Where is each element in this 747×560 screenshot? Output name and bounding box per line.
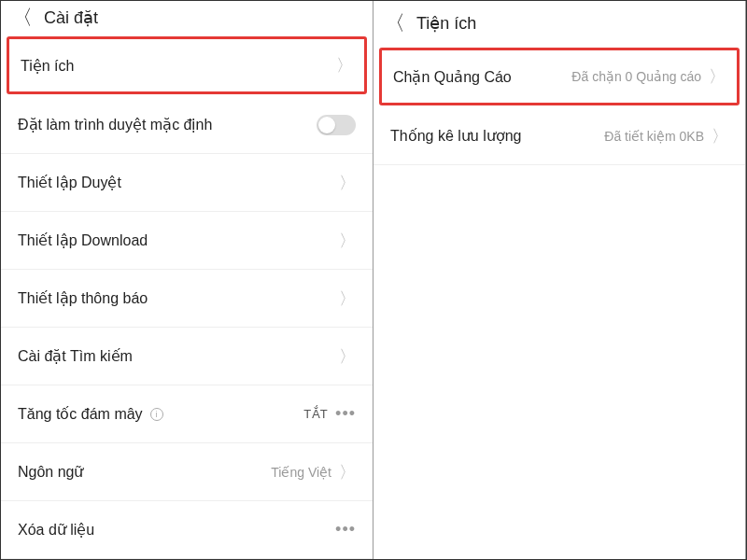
- row-label: Tiện ích: [21, 57, 74, 75]
- row-label: Thống kê lưu lượng: [390, 127, 522, 145]
- chevron-right-icon: 〉: [712, 125, 728, 147]
- chevron-right-icon: 〉: [339, 461, 356, 483]
- chevron-right-icon: 〉: [336, 54, 353, 77]
- row-label: Thiết lập Duyệt: [18, 174, 121, 191]
- row-value: Đã chặn 0 Quảng cáo: [571, 69, 701, 84]
- row-label: Thiết lập thông báo: [18, 289, 148, 307]
- info-icon[interactable]: i: [150, 408, 163, 421]
- row-download-settings[interactable]: Thiết lập Download 〉: [1, 212, 373, 270]
- header: 〈 Tiện ích: [374, 1, 745, 46]
- more-icon[interactable]: •••: [335, 520, 356, 539]
- row-notification-settings[interactable]: Thiết lập thông báo 〉: [1, 270, 373, 328]
- chevron-right-icon: 〉: [339, 287, 356, 310]
- row-ad-block[interactable]: Chặn Quảng Cáo Đã chặn 0 Quảng cáo 〉: [379, 48, 740, 105]
- row-browsing-settings[interactable]: Thiết lập Duyệt 〉: [1, 154, 373, 212]
- chevron-right-icon: 〉: [339, 172, 356, 194]
- row-clear-data[interactable]: Xóa dữ liệu •••: [1, 501, 373, 559]
- row-cloud-boost[interactable]: Tăng tốc đám mây i TẮT •••: [1, 385, 373, 443]
- row-traffic-stats[interactable]: Thống kê lưu lượng Đã tiết kiệm 0KB 〉: [374, 107, 745, 165]
- settings-list: Tiện ích 〉 Đặt làm trình duyệt mặc định …: [1, 35, 373, 559]
- row-label: Chặn Quảng Cáo: [393, 68, 512, 86]
- row-language[interactable]: Ngôn ngữ Tiếng Việt 〉: [1, 443, 373, 501]
- row-value: TẮT: [303, 407, 328, 421]
- row-label: Tăng tốc đám mây: [18, 405, 143, 423]
- more-icon[interactable]: •••: [335, 404, 356, 424]
- back-icon[interactable]: 〈: [12, 7, 33, 28]
- row-value: Tiếng Việt: [271, 465, 331, 480]
- row-label: Đặt làm trình duyệt mặc định: [18, 116, 212, 133]
- header: 〈 Cài đặt: [1, 1, 373, 35]
- back-icon[interactable]: 〈: [385, 13, 405, 34]
- chevron-right-icon: 〉: [709, 65, 726, 88]
- row-label: Cài đặt Tìm kiếm: [18, 347, 133, 365]
- row-label: Thiết lập Download: [18, 231, 148, 249]
- page-title: Cài đặt: [44, 7, 98, 28]
- settings-panel: 〈 Cài đặt Tiện ích 〉 Đặt làm trình duyệt…: [1, 1, 374, 559]
- row-label: Xóa dữ liệu: [18, 521, 94, 539]
- chevron-right-icon: 〉: [339, 345, 356, 368]
- row-utilities[interactable]: Tiện ích 〉: [7, 36, 367, 94]
- utilities-list: Chặn Quảng Cáo Đã chặn 0 Quảng cáo 〉 Thố…: [374, 46, 745, 165]
- row-default-browser[interactable]: Đặt làm trình duyệt mặc định: [1, 96, 373, 154]
- row-value: Đã tiết kiệm 0KB: [604, 129, 704, 144]
- toggle-switch[interactable]: [317, 115, 356, 135]
- utilities-panel: 〈 Tiện ích Chặn Quảng Cáo Đã chặn 0 Quản…: [374, 1, 746, 559]
- row-label: Ngôn ngữ: [18, 463, 84, 481]
- row-search-settings[interactable]: Cài đặt Tìm kiếm 〉: [1, 328, 373, 385]
- page-title: Tiện ích: [416, 13, 476, 34]
- chevron-right-icon: 〉: [339, 230, 356, 252]
